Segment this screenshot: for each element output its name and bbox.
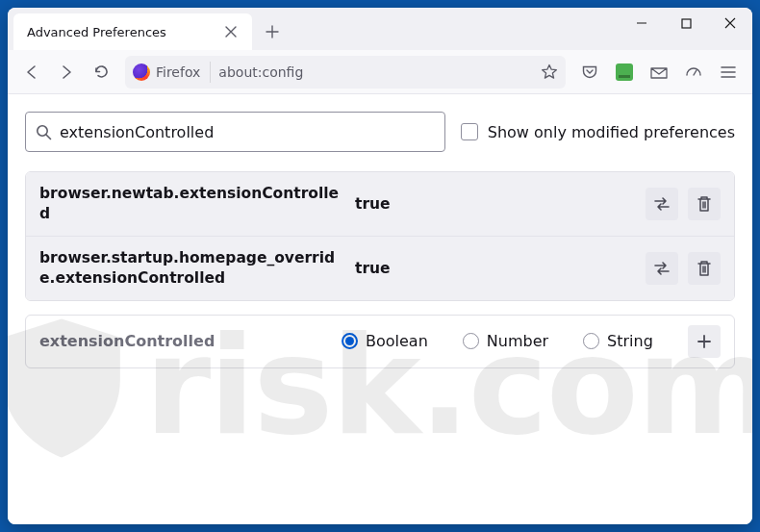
type-radio-group: Boolean Number String [342, 332, 676, 350]
delete-button[interactable] [688, 252, 721, 285]
search-input[interactable] [60, 123, 435, 141]
url-text: about:config [218, 64, 303, 80]
radio-boolean[interactable]: Boolean [342, 332, 428, 350]
new-pref-name: extensionControlled [39, 332, 330, 350]
close-tab-icon[interactable] [219, 20, 242, 43]
preference-name: browser.newtab.extensionControlled [39, 184, 343, 224]
delete-button[interactable] [688, 188, 721, 220]
reload-button[interactable] [85, 56, 117, 89]
preference-value: true [355, 260, 634, 277]
firefox-logo-icon [133, 63, 150, 81]
bookmark-star-icon[interactable] [541, 63, 558, 81]
app-menu-button[interactable] [712, 56, 745, 89]
preference-value: true [355, 195, 634, 213]
back-button[interactable] [15, 56, 48, 89]
close-window-button[interactable] [708, 8, 752, 38]
radio-string[interactable]: String [583, 332, 653, 350]
radio-icon [583, 333, 599, 349]
search-icon [36, 124, 52, 140]
mail-icon[interactable] [643, 56, 675, 89]
minimize-button[interactable] [620, 8, 664, 38]
extension-icon[interactable] [608, 56, 641, 89]
url-bar[interactable]: Firefox about:config [125, 56, 566, 89]
preference-row: browser.startup.homepage_override.extens… [26, 237, 734, 300]
titlebar: Advanced Preferences [8, 8, 752, 50]
svg-rect-0 [682, 19, 691, 28]
search-row: Show only modified preferences [25, 112, 735, 152]
search-box[interactable] [25, 112, 445, 152]
about-config-content: Show only modified preferences browser.n… [8, 94, 752, 524]
preference-name: browser.startup.homepage_override.extens… [39, 248, 343, 289]
preference-row: browser.newtab.extensionControlled true [26, 172, 734, 237]
dashboard-icon[interactable] [677, 56, 710, 89]
identity-label: Firefox [156, 64, 200, 80]
radio-icon [463, 333, 479, 349]
show-modified-label: Show only modified preferences [488, 123, 735, 141]
radio-label: Boolean [366, 332, 428, 350]
pocket-icon[interactable] [573, 56, 606, 89]
forward-button[interactable] [50, 56, 83, 89]
browser-tab[interactable]: Advanced Preferences [13, 13, 252, 50]
toolbar-extensions [573, 56, 745, 89]
row-actions [646, 188, 721, 220]
browser-window: Advanced Preferences [8, 8, 752, 524]
radio-label: String [607, 332, 653, 350]
checkbox-icon [461, 123, 478, 140]
tab-title: Advanced Preferences [27, 25, 212, 39]
radio-icon [342, 333, 358, 349]
toggle-button[interactable] [646, 252, 678, 285]
show-modified-checkbox[interactable]: Show only modified preferences [461, 123, 735, 141]
green-extension-icon [616, 63, 633, 81]
radio-label: Number [487, 332, 548, 350]
watermark: risk.com [8, 94, 752, 524]
window-controls [620, 8, 752, 50]
add-button[interactable] [688, 325, 721, 358]
toggle-button[interactable] [646, 188, 678, 220]
maximize-button[interactable] [664, 8, 708, 38]
new-tab-button[interactable] [256, 15, 289, 48]
navigation-toolbar: Firefox about:config [8, 50, 752, 94]
add-preference-row: extensionControlled Boolean Number Strin… [25, 315, 735, 368]
identity-box[interactable]: Firefox [133, 62, 211, 83]
radio-number[interactable]: Number [463, 332, 548, 350]
row-actions [646, 252, 721, 285]
preferences-list: browser.newtab.extensionControlled true … [25, 171, 735, 301]
